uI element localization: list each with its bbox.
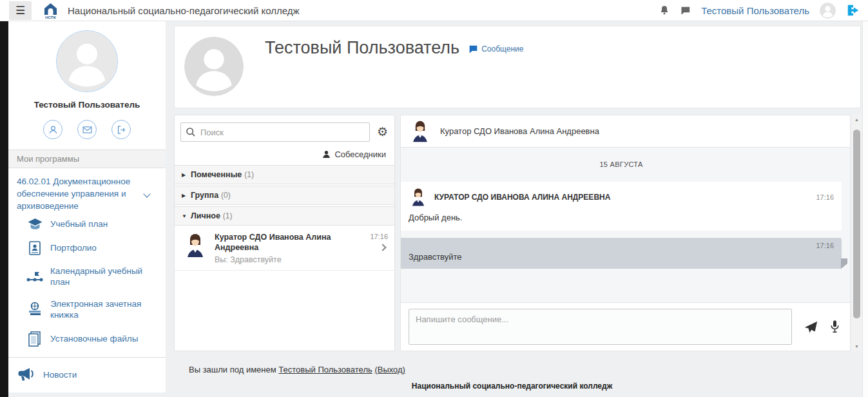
send-icon[interactable]	[804, 320, 818, 334]
search-input[interactable]	[180, 122, 370, 142]
sidebar-item-curriculum[interactable]: Учебный план	[17, 213, 160, 236]
profile-avatar	[184, 37, 244, 96]
chat-partner-name: Куратор СДО Иванова Алина Андреевна	[440, 126, 599, 136]
section-private[interactable]: ▼ Личное (1)	[175, 206, 394, 226]
globe-books-icon	[26, 302, 43, 317]
sidebar-item-setup-files[interactable]: Установочные файлы	[17, 326, 160, 352]
message-author: КУРАТОР СДО ИВАНОВА АЛИНА АНДРЕЕВНА	[434, 193, 610, 202]
scrollbar-thumb[interactable]	[853, 130, 860, 318]
caret-down-icon: ▼	[182, 213, 191, 219]
mail-icon[interactable]	[77, 120, 97, 139]
sidebar-item-label: Учебный план	[50, 218, 108, 230]
page-title: Тестовый Пользователь	[265, 38, 459, 58]
profile-icon[interactable]	[43, 120, 63, 139]
contacts-tab[interactable]: Собеседники	[175, 147, 394, 165]
sidebar-avatar[interactable]	[56, 30, 118, 92]
hamburger-icon: ☰	[15, 5, 25, 17]
svg-text:НСПК: НСПК	[45, 15, 56, 19]
gear-icon[interactable]: ⚙	[377, 122, 388, 142]
page-footer: Вы зашли под именем Тестовый Пользовател…	[174, 365, 861, 391]
sidebar-item-news[interactable]: Новости	[17, 367, 157, 383]
sidebar-item-label: Новости	[43, 369, 77, 381]
message-own: 17:16 Здравствуйте	[401, 238, 842, 269]
sitemap-icon	[26, 270, 43, 283]
sidebar: Тестовый Пользователь Мои программы 46.0…	[8, 21, 166, 397]
scroll-down-icon[interactable]: ▼	[852, 342, 862, 351]
chat-body: 15 АВГУСТА КУРАТОР СДО ИВАНОВА АЛИНА АНД…	[401, 148, 850, 302]
app-title: Национальный социально-педагогический ко…	[68, 5, 300, 16]
sidebar-item-label: Электронная зачетная книжка	[50, 298, 160, 321]
left-edge-strip	[0, 21, 8, 397]
college-logo-icon[interactable]: НСПК	[42, 2, 59, 19]
conversation-time: 17:16	[370, 233, 388, 240]
sidebar-item-calendar-plan[interactable]: Календарный учебный план	[17, 260, 160, 293]
files-icon	[26, 331, 43, 347]
chevron-right-icon	[379, 244, 386, 251]
main-content: Тестовый Пользователь Сообщение ⚙ Собесе…	[174, 21, 861, 397]
chat-scrollbar[interactable]: ▲ ▼	[852, 115, 862, 351]
message-input[interactable]	[409, 309, 792, 345]
sidebar-item-label: Портфолио	[50, 242, 97, 254]
top-bar: ☰ НСПК Национальный социально-педагогиче…	[0, 0, 868, 21]
program-nav: 46.02.01 Документационное обеспечение уп…	[8, 168, 166, 357]
profile-header-card: Тестовый Пользователь Сообщение	[174, 26, 861, 108]
sidebar-profile-name: Тестовый Пользователь	[8, 100, 166, 110]
logout-link[interactable]: (Выход)	[374, 365, 405, 374]
person-icon	[322, 150, 331, 159]
message-time: 17:16	[409, 242, 834, 249]
message-time: 17:16	[816, 193, 834, 201]
scroll-up-icon[interactable]: ▲	[852, 115, 862, 124]
bell-icon[interactable]	[659, 5, 670, 15]
message-incoming: КУРАТОР СДО ИВАНОВА АЛИНА АНДРЕЕВНА 17:1…	[401, 182, 842, 231]
conversation-list-item[interactable]: Куратор СДО Иванова Алина Андреевна 17:1…	[175, 227, 394, 271]
messages-icon[interactable]	[680, 5, 691, 15]
chat-panel: Куратор СДО Иванова Алина Андреевна 15 А…	[400, 115, 851, 351]
chevron-down-icon	[143, 191, 150, 198]
logged-in-user-link[interactable]: Тестовый Пользователь	[278, 365, 372, 374]
page-scrollbar[interactable]	[862, 21, 868, 397]
curator-avatar	[182, 233, 208, 258]
message-text: Здравствуйте	[409, 252, 834, 262]
id-card-icon	[26, 241, 43, 255]
logout-icon[interactable]	[846, 3, 860, 17]
sidebar-item-label: Календарный учебный план	[50, 266, 160, 288]
hamburger-menu-button[interactable]: ☰	[9, 1, 32, 20]
megaphone-icon	[17, 367, 36, 383]
curator-avatar	[409, 120, 432, 143]
microphone-icon[interactable]	[830, 320, 840, 334]
section-group[interactable]: ▶ Группа (0)	[175, 186, 394, 205]
caret-right-icon: ▶	[182, 193, 191, 198]
graduation-cap-icon	[26, 218, 43, 231]
exit-icon[interactable]	[111, 120, 131, 139]
sidebar-item-portfolio[interactable]: Портфолио	[17, 236, 160, 260]
caret-right-icon: ▶	[182, 172, 191, 178]
college-name: Национальный социально-педагогический ко…	[189, 382, 861, 391]
send-message-link[interactable]: Сообщение	[468, 44, 523, 53]
chat-date-separator: 15 АВГУСТА	[401, 148, 842, 168]
topbar-avatar[interactable]	[820, 3, 836, 19]
message-tail	[841, 258, 847, 269]
chat-header: Куратор СДО Иванова Алина Андреевна	[401, 115, 850, 148]
message-text: Добрый день.	[409, 213, 834, 222]
news-block: Новости	[8, 357, 166, 392]
contacts-panel: ⚙ Собеседники ▶ Помеченные (1) ▶ Группа …	[174, 115, 395, 351]
login-status-line: Вы зашли под именем Тестовый Пользовател…	[189, 365, 861, 374]
program-title-link[interactable]: 46.02.01 Документационное обеспечение уп…	[17, 176, 160, 213]
topbar-user-link[interactable]: Тестовый Пользователь	[701, 5, 809, 16]
message-compose-bar	[401, 302, 850, 351]
programs-section-header: Мои программы	[8, 150, 166, 168]
chat-bubble-icon	[468, 44, 478, 53]
search-icon	[186, 127, 196, 137]
sidebar-item-label: Установочные файлы	[50, 333, 138, 345]
conversation-preview: Вы: Здравствуйте	[215, 255, 363, 264]
messenger: ⚙ Собеседники ▶ Помеченные (1) ▶ Группа …	[174, 115, 861, 351]
sidebar-item-gradebook[interactable]: Электронная зачетная книжка	[17, 293, 160, 326]
conversation-name: Куратор СДО Иванова Алина Андреевна	[215, 233, 363, 253]
sidebar-profile-block: Тестовый Пользователь	[8, 21, 166, 150]
section-starred[interactable]: ▶ Помеченные (1)	[175, 165, 394, 184]
curator-avatar	[409, 188, 428, 207]
